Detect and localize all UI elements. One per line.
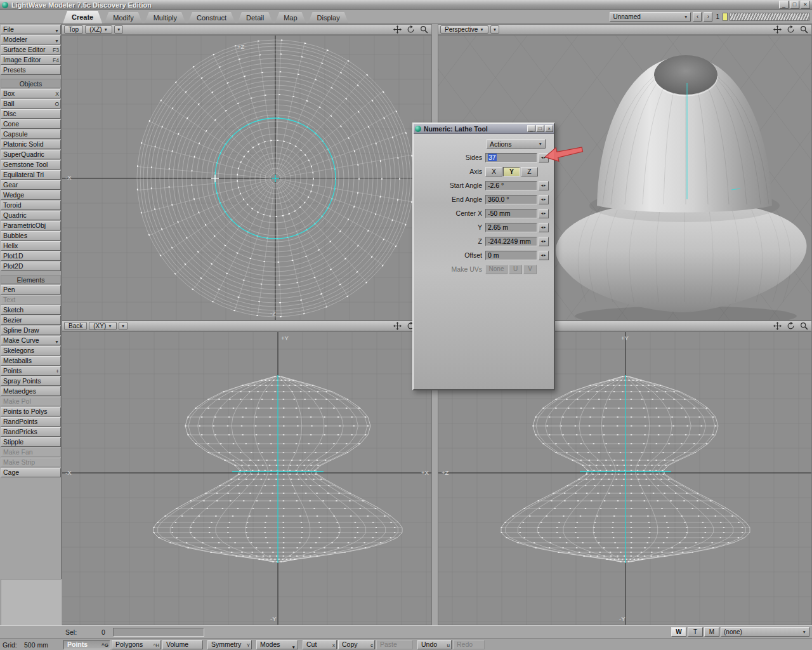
move-icon[interactable] (393, 25, 402, 34)
sidebar-item-equilateral-tri[interactable]: Equilateral Tri (1, 170, 61, 180)
viewport-top-axis-dropdown[interactable]: (XZ) ▼ (85, 25, 112, 34)
viewport-top-canvas[interactable]: +Z -Z -X +X (62, 35, 432, 321)
sidebar-item-quadric[interactable]: Quadric (1, 211, 61, 220)
sidebar-item-surface-editor[interactable]: Surface EditorF3 (1, 45, 61, 55)
viewport-back-label[interactable]: Back (64, 322, 87, 330)
tab-multiply[interactable]: Multiply (145, 12, 186, 23)
sidebar-item-presets[interactable]: Presets (1, 65, 61, 75)
volume-button[interactable]: Volume (162, 640, 203, 649)
sidebar-item-randpoints[interactable]: RandPoints (1, 417, 61, 427)
weight-mode-button[interactable]: W (671, 627, 686, 637)
sidebar-item-superquadric[interactable]: SuperQuadric (1, 150, 61, 159)
move-icon[interactable] (773, 25, 782, 34)
rotate-icon[interactable] (407, 25, 415, 34)
preview-stripes-widget[interactable] (730, 13, 809, 21)
sidebar-item-cone[interactable]: Cone (1, 119, 61, 129)
sidebar-item-ball[interactable]: BallO (1, 99, 61, 109)
y-input[interactable]: 2.65 m (485, 223, 537, 232)
sidebar-item-image-editor[interactable]: Image EditorF4 (1, 55, 61, 65)
tab-detail[interactable]: Detail (237, 12, 273, 23)
prev-object-button[interactable]: ‹ (693, 12, 702, 22)
sidebar-item-spray-points[interactable]: Spray Points (1, 376, 61, 386)
maximize-button[interactable]: □ (790, 1, 799, 9)
zoom-icon[interactable] (800, 322, 808, 330)
center-x-input[interactable]: -50 mm (485, 209, 537, 218)
rotate-icon[interactable] (787, 25, 795, 34)
zoom-icon[interactable] (800, 25, 808, 34)
close-button[interactable]: × (801, 1, 810, 9)
sidebar-item-toroid[interactable]: Toroid (1, 201, 61, 210)
sidebar-item-capsule[interactable]: Capsule (1, 129, 61, 139)
viewport-back-menu-dropdown[interactable]: ▼ (119, 322, 128, 330)
z-input[interactable]: -244.2249 mm (485, 237, 537, 246)
sidebar-item-make-curve[interactable]: Make Curve▼ (1, 336, 61, 345)
next-object-button[interactable]: › (704, 12, 712, 22)
sidebar-item-spline-draw[interactable]: Spline Draw (1, 326, 61, 335)
sidebar-item-sketch[interactable]: Sketch (1, 305, 61, 315)
z-stepper[interactable]: ◂▸ (539, 237, 549, 246)
sidebar-item-platonic-solid[interactable]: Platonic Solid (1, 140, 61, 149)
sidebar-item-helix[interactable]: Helix (1, 241, 61, 251)
sidebar-item-points-to-polys[interactable]: Points to Polys (1, 407, 61, 416)
symmetry-button[interactable]: SymmetryY (207, 640, 252, 649)
zoom-icon[interactable] (420, 25, 428, 34)
sidebar-item-disc[interactable]: Disc (1, 109, 61, 119)
numeric-panel-titlebar[interactable]: Numeric: Lathe Tool _ □ × (414, 124, 554, 134)
viewport-back-axis-dropdown[interactable]: (XY) ▼ (89, 322, 116, 330)
axis-z-button[interactable]: Z (521, 167, 538, 176)
sidebar-item-cage[interactable]: Cage (1, 468, 61, 477)
sidebar-item-parametricobj[interactable]: ParametricObj (1, 221, 61, 230)
sidebar-item-gemstone-tool[interactable]: Gemstone Tool (1, 160, 61, 169)
offset-stepper[interactable]: ◂▸ (539, 251, 549, 260)
rotate-icon[interactable] (787, 322, 795, 330)
sidebar-item-metaballs[interactable]: Metaballs (1, 356, 61, 366)
sides-input[interactable]: 37 (485, 153, 537, 162)
sidebar-item-plot2d[interactable]: Plot2D (1, 262, 61, 271)
color-chip[interactable] (723, 13, 728, 21)
points-button[interactable]: Points^G (63, 640, 110, 649)
sidebar-item-file[interactable]: File▼ (1, 25, 61, 34)
minimize-button[interactable]: _ (779, 1, 789, 9)
move-icon[interactable] (393, 322, 402, 330)
viewport-top-menu-dropdown[interactable]: ▼ (114, 25, 123, 34)
sidebar-item-points[interactable]: Points+ (1, 366, 61, 376)
tab-modify[interactable]: Modify (104, 12, 142, 23)
tab-create[interactable]: Create (63, 11, 102, 23)
sidebar-item-bubbles[interactable]: Bubbles (1, 231, 61, 241)
object-selector-dropdown[interactable]: Unnamed ▼ (610, 12, 691, 22)
sidebar-item-skelegons[interactable]: Skelegons (1, 346, 61, 355)
sidebar-item-pen[interactable]: Pen (1, 285, 61, 295)
actions-dropdown[interactable]: Actions ▼ (487, 139, 546, 149)
morph-mode-button[interactable]: M (704, 627, 719, 637)
tab-display[interactable]: Display (308, 12, 349, 23)
tab-map[interactable]: Map (275, 12, 306, 23)
panel-minimize-button[interactable]: _ (527, 125, 535, 132)
sidebar-item-metaedges[interactable]: Metaedges (1, 387, 61, 396)
cut-button[interactable]: Cutx (303, 640, 337, 649)
center-x-stepper[interactable]: ◂▸ (539, 209, 549, 218)
sidebar-item-gear[interactable]: Gear (1, 180, 61, 190)
panel-close-button[interactable]: × (545, 125, 553, 132)
offset-input[interactable]: 0 m (485, 251, 537, 260)
modes-button[interactable]: Modes▼ (256, 640, 298, 649)
sidebar-item-box[interactable]: BoxX (1, 89, 61, 98)
sidebar-item-plot1d[interactable]: Plot1D (1, 251, 61, 261)
tab-construct[interactable]: Construct (188, 12, 235, 23)
undo-button[interactable]: Undou (417, 640, 452, 649)
y-stepper[interactable]: ◂▸ (539, 223, 549, 232)
texture-mode-button[interactable]: T (688, 627, 703, 637)
sidebar-item-bezier[interactable]: Bezier (1, 315, 61, 325)
start-angle-input[interactable]: -2.6 ° (485, 181, 537, 190)
axis-y-button[interactable]: Y (503, 167, 520, 176)
polygons-button[interactable]: Polygons^H (112, 640, 161, 649)
viewport-perspective-label[interactable]: Perspective ▼ (440, 25, 488, 34)
viewport-perspective-menu-dropdown[interactable]: ▼ (490, 25, 499, 34)
end-angle-input[interactable]: 360.0 ° (485, 195, 537, 204)
sidebar-item-randpricks[interactable]: RandPricks (1, 427, 61, 437)
viewport-top-label[interactable]: Top (64, 25, 83, 34)
move-icon[interactable] (773, 322, 782, 330)
axis-x-button[interactable]: X (485, 167, 502, 176)
vertex-map-dropdown[interactable]: (none) ▼ (721, 627, 809, 637)
sidebar-item-wedge[interactable]: Wedge (1, 190, 61, 200)
sidebar-item-stipple[interactable]: Stipple (1, 437, 61, 447)
